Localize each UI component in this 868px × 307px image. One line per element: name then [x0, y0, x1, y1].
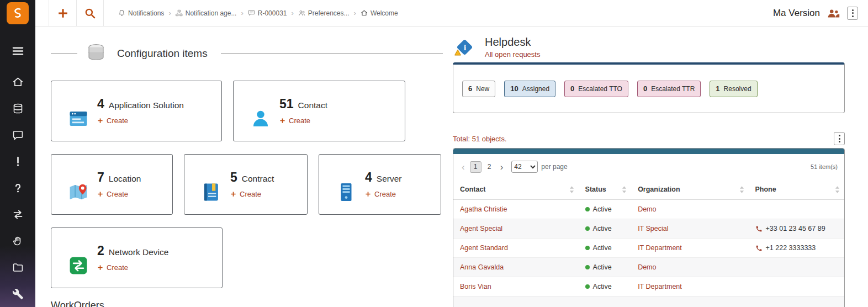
contract-icon	[201, 170, 222, 214]
sidebar-item-admin-tools[interactable]	[0, 280, 35, 307]
create-contact-button[interactable]: Create	[279, 117, 327, 125]
phone-number: +1 222 3333333	[766, 244, 816, 252]
badge-assigned[interactable]: 10Assigned	[504, 81, 555, 97]
per-page-select[interactable]: 42	[511, 161, 538, 173]
breadcrumb: Notifications›Notification age...›R-0000…	[118, 9, 398, 17]
breadcrumb-item-notifications[interactable]: Notifications	[118, 9, 164, 17]
bell-icon	[118, 9, 125, 17]
sidebar-item-home[interactable]	[0, 68, 35, 95]
breadcrumb-label: Preferences...	[308, 9, 350, 17]
app-logo[interactable]	[7, 2, 29, 24]
section-header: Configuration items	[51, 40, 443, 67]
server-icon	[336, 170, 357, 214]
column-header-phone[interactable]: Phone	[749, 179, 844, 200]
sidebar-item-menu-toggle[interactable]	[0, 38, 35, 64]
wrench-icon	[12, 288, 24, 300]
location-icon	[68, 170, 89, 214]
helpdesk-subtitle-link[interactable]: All open requests	[485, 50, 540, 59]
sidebar-item-service-management[interactable]	[0, 227, 35, 254]
sort-icon[interactable]	[739, 186, 744, 193]
organization-link[interactable]: Demo	[638, 205, 656, 213]
user-menu-button[interactable]	[827, 8, 840, 18]
sidebar-item-configuration-management[interactable]	[0, 95, 35, 121]
search-button[interactable]	[76, 0, 104, 26]
card-label: Location	[109, 174, 141, 184]
sidebar-item-change-management[interactable]	[0, 201, 35, 227]
create-server-button[interactable]: Create	[365, 190, 401, 198]
sidebar-item-incident-management[interactable]	[0, 148, 35, 174]
breadcrumb-item-preferences[interactable]: Preferences...	[298, 9, 350, 17]
breadcrumb-label: Notifications	[128, 9, 164, 17]
topbar-right: Ma Version	[773, 7, 868, 20]
organization-link[interactable]: IT Special	[638, 225, 668, 232]
breadcrumb-separator: ›	[241, 9, 243, 17]
create-application-solution-button[interactable]: Create	[97, 117, 184, 125]
location-count-link[interactable]: 7 Location	[97, 170, 141, 185]
table-menu-button[interactable]	[834, 132, 845, 145]
contact-link[interactable]: Agent Special	[460, 225, 502, 232]
sidebar	[0, 0, 35, 307]
topbar-kebab-button[interactable]	[847, 7, 858, 20]
database-icon	[12, 103, 24, 114]
badge-label: Escalated TTO	[578, 85, 622, 93]
plus-icon	[57, 7, 69, 19]
create-network-device-button[interactable]: Create	[97, 263, 168, 272]
contact-icon	[250, 97, 271, 141]
card-contact: 51 Contact Create	[233, 81, 405, 141]
sidebar-item-problem-management[interactable]	[0, 174, 35, 201]
sort-icon[interactable]	[622, 186, 627, 193]
sort-icon[interactable]	[835, 186, 840, 193]
contract-count-link[interactable]: 5 Contract	[230, 170, 274, 185]
status-label: Active	[593, 283, 612, 290]
column-header-contact[interactable]: Contact	[453, 179, 579, 200]
badge-escalated-tto[interactable]: 0Escalated TTO	[564, 81, 628, 97]
panel-header-bar	[453, 149, 844, 154]
contact-count-link[interactable]: 51 Contact	[279, 97, 327, 112]
create-contract-button[interactable]: Create	[230, 190, 274, 198]
organization-link[interactable]: IT Department	[638, 244, 682, 252]
status-label: Active	[593, 263, 612, 271]
plus_sm-icon	[97, 118, 103, 124]
status-label: Active	[593, 205, 612, 213]
sidebar-item-data-administration[interactable]	[0, 254, 35, 280]
next-page-button[interactable]: ›	[499, 162, 505, 172]
dashboard-content: Configuration items 4 Application Soluti…	[35, 27, 868, 307]
breadcrumb-item-notification-age[interactable]: Notification age...	[176, 9, 237, 17]
card-label: Server	[377, 174, 402, 184]
card-server: 4 Server Create	[319, 154, 441, 215]
page-2-button[interactable]: 2	[484, 161, 495, 173]
home-icon	[12, 76, 24, 88]
badge-new[interactable]: 6New	[462, 81, 495, 97]
folder-icon	[12, 262, 24, 273]
sidebar-item-helpdesk[interactable]	[0, 121, 35, 148]
contact-link[interactable]: Agent Standard	[460, 244, 508, 252]
contact-link[interactable]: Boris Vian	[460, 283, 491, 290]
organization-link[interactable]: IT Department	[638, 283, 682, 290]
global-create-button[interactable]	[49, 0, 76, 26]
phone-number: +33 01 23 45 67 89	[766, 225, 825, 232]
breadcrumb-item-r-000031[interactable]: R-000031	[248, 9, 287, 17]
application-solution-count-link[interactable]: 4 Application Solution	[97, 97, 184, 112]
sort-icon[interactable]	[569, 186, 574, 193]
contact-link[interactable]: Anna Gavalda	[460, 263, 504, 271]
table-row: Boris Vian Active IT Department	[453, 277, 844, 297]
badge-escalated-ttr[interactable]: 0Escalated TTR	[637, 81, 701, 97]
total-row: Total: 51 objects.	[453, 132, 845, 145]
helpdesk-summary-panel: 6New10Assigned0Escalated TTO0Escalated T…	[453, 62, 845, 113]
network-icon	[68, 244, 89, 288]
organization-link[interactable]: Demo	[638, 263, 656, 271]
prev-page-button[interactable]: ‹	[460, 162, 467, 172]
card-count: 51	[279, 97, 294, 112]
column-header-organization[interactable]: Organization	[631, 179, 748, 200]
badge-resolved[interactable]: 1Resolved	[710, 81, 757, 97]
column-header-status[interactable]: Status	[579, 179, 632, 200]
page-1-button[interactable]: 1	[470, 161, 481, 173]
network-device-count-link[interactable]: 2 Network Device	[97, 244, 168, 258]
contact-link[interactable]: Agatha Christie	[460, 205, 507, 213]
phone-icon	[755, 225, 763, 232]
card-count: 4	[97, 97, 104, 112]
card-network-device: 2 Network Device Create	[51, 227, 223, 288]
server-count-link[interactable]: 4 Server	[365, 170, 401, 185]
breadcrumb-item-welcome[interactable]: Welcome	[361, 9, 398, 17]
create-location-button[interactable]: Create	[97, 190, 141, 198]
